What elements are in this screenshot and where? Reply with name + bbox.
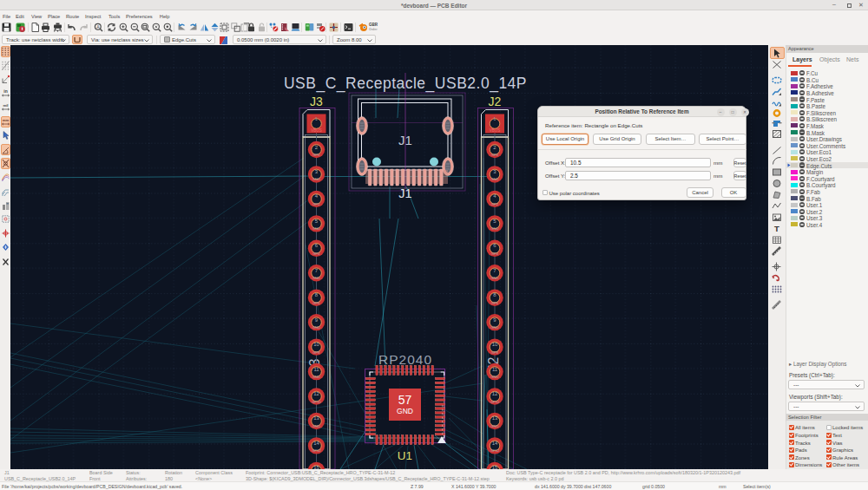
svg-text:VBUS: VBUS <box>311 128 322 133</box>
svg-text:1: 1 <box>315 116 318 121</box>
svg-text:J1: J1 <box>398 186 411 200</box>
svg-text:10: 10 <box>492 342 498 347</box>
svg-text:57: 57 <box>398 393 412 407</box>
svg-text:10: 10 <box>313 342 319 347</box>
svg-text:GP10: GP10 <box>312 400 321 404</box>
svg-text:GND: GND <box>312 325 320 330</box>
svg-text:mm: mm <box>2 117 9 121</box>
svg-text:13: 13 <box>313 415 319 421</box>
svg-text:GP4: GP4 <box>491 252 499 256</box>
svg-text:RP2040: RP2040 <box>378 352 432 367</box>
svg-text:GND: GND <box>312 276 320 280</box>
svg-text:GP2: GP2 <box>491 202 499 206</box>
svg-text:GND: GND <box>490 177 498 181</box>
svg-text:J1: J1 <box>398 133 412 147</box>
svg-text:GND: GND <box>490 276 498 280</box>
svg-text:GP0: GP0 <box>312 153 320 157</box>
svg-text:GP2: GP2 <box>312 202 320 206</box>
svg-text:J2: J2 <box>489 95 502 108</box>
svg-text:GP12: GP12 <box>490 448 500 453</box>
svg-text:GP10: GP10 <box>490 400 500 404</box>
svg-text:GP12: GP12 <box>312 448 321 453</box>
svg-text:GP4: GP4 <box>312 252 320 256</box>
svg-text:12: 12 <box>313 391 319 396</box>
svg-text:GP8: GP8 <box>312 350 320 355</box>
svg-text:GP6: GP6 <box>491 301 499 305</box>
svg-text:1: 1 <box>494 116 496 121</box>
svg-text:VBUS: VBUS <box>490 128 501 133</box>
svg-text:12: 12 <box>492 391 498 396</box>
svg-text:GND: GND <box>490 375 498 379</box>
svg-text:in: in <box>3 88 7 94</box>
svg-text:GND: GND <box>490 226 498 231</box>
svg-text:11: 11 <box>492 367 498 372</box>
svg-text:13: 13 <box>492 415 498 421</box>
svg-text:GND: GND <box>312 424 320 428</box>
svg-text:GND: GND <box>490 325 498 330</box>
svg-text:J3: J3 <box>310 95 323 108</box>
svg-text:T: T <box>774 224 779 233</box>
svg-text:GND: GND <box>312 177 320 181</box>
svg-text:GND: GND <box>490 424 498 428</box>
svg-text:mil: mil <box>3 103 8 108</box>
svg-text:GP0: GP0 <box>491 153 499 157</box>
svg-text:14: 14 <box>313 441 319 446</box>
svg-text:14: 14 <box>492 441 498 446</box>
svg-text:U1: U1 <box>398 449 412 462</box>
svg-text:11: 11 <box>313 367 319 372</box>
svg-text:GP6: GP6 <box>312 301 320 305</box>
svg-text:GND: GND <box>312 375 320 379</box>
svg-text:GP8: GP8 <box>491 350 499 355</box>
svg-text:GND: GND <box>312 226 320 231</box>
svg-text:GND: GND <box>397 407 413 415</box>
